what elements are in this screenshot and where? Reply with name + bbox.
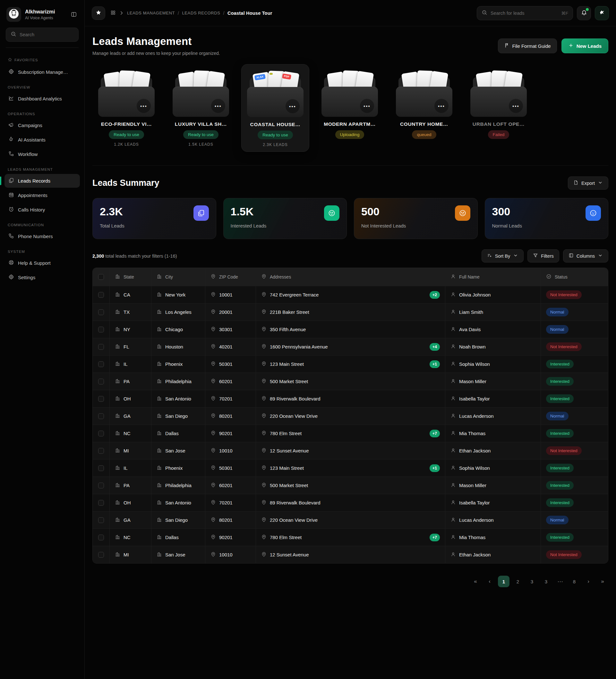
- row-checkbox[interactable]: [98, 327, 104, 332]
- pagination-nav[interactable]: ⋯: [554, 576, 566, 587]
- sort-by-button[interactable]: Sort By: [482, 249, 524, 262]
- table-row[interactable]: GA San Diego 80201 220 Ocean View Drive …: [93, 511, 608, 528]
- folder-menu-button[interactable]: •••: [360, 99, 374, 113]
- sidebar-item-leads-records[interactable]: Leads Records: [4, 174, 80, 188]
- column-header-city[interactable]: City: [151, 268, 205, 286]
- row-checkbox[interactable]: [98, 344, 104, 350]
- row-checkbox[interactable]: [98, 448, 104, 454]
- pagination-page-3[interactable]: 3: [526, 576, 538, 587]
- table-row[interactable]: PA Philadelphia 60201 500 Market Street …: [93, 477, 608, 494]
- row-checkbox[interactable]: [98, 483, 104, 488]
- extra-addresses-badge[interactable]: +7: [430, 534, 440, 541]
- folder-menu-button[interactable]: •••: [509, 99, 523, 113]
- columns-button[interactable]: Columns: [563, 249, 608, 262]
- pagination-nav[interactable]: ‹: [484, 576, 495, 587]
- table-row[interactable]: OH San Antonio 70201 89 Riverwalk Boulev…: [93, 494, 608, 511]
- table-row[interactable]: PA Philadelphia 60201 500 Market Street …: [93, 373, 608, 390]
- table-row[interactable]: MI San Jose 10010 12 Sunset Avenue Ethan…: [93, 442, 608, 459]
- column-header-full-name[interactable]: Full Name: [445, 268, 541, 286]
- table-row[interactable]: NY Chicago 30301 350 Fifth Avenue Ava Da…: [93, 321, 608, 338]
- sidebar-item-dashboard-analytics[interactable]: Dashboard Analytics: [4, 92, 80, 105]
- folder-menu-button[interactable]: •••: [137, 99, 151, 113]
- workspace-avatar[interactable]: [6, 7, 21, 22]
- row-checkbox[interactable]: [98, 379, 104, 384]
- summary-card-value: 300: [492, 205, 601, 218]
- breadcrumb-item[interactable]: LEADS MANAGEMENT: [127, 10, 175, 15]
- pagination-nav[interactable]: «: [470, 576, 481, 587]
- table-row[interactable]: NC Dallas 90201 780 Elm Street+7 Mia Tho…: [93, 424, 608, 442]
- pagination-page-8[interactable]: 8: [569, 576, 580, 587]
- extra-addresses-badge[interactable]: +1: [430, 360, 440, 368]
- breadcrumb-item[interactable]: LEADS RECORDS: [182, 10, 220, 15]
- lead-folder-country-home[interactable]: ••• COUNTRY HOME… queued: [390, 64, 458, 143]
- folder-menu-button[interactable]: •••: [211, 99, 225, 113]
- lead-folder-coastal-house[interactable]: XLSXPDF ••• COASTAL HOUSE… Ready to use …: [241, 64, 309, 152]
- sidebar-item-calls-history[interactable]: Calls History: [4, 203, 80, 217]
- address-cell: 89 Riverwalk Boulevard: [256, 494, 445, 511]
- pagination-page-1[interactable]: 1: [498, 576, 510, 587]
- pagination-page-3[interactable]: 3: [540, 576, 552, 587]
- table-row[interactable]: IL Phoenix 50301 123 Main Street+1 Sophi…: [93, 459, 608, 477]
- breadcrumb-item[interactable]: Coastal House Tour: [227, 10, 272, 16]
- sidebar-search-input[interactable]: [20, 32, 74, 37]
- extra-addresses-badge[interactable]: +7: [430, 430, 440, 438]
- table-row[interactable]: NC Dallas 90201 780 Elm Street+7 Mia Tho…: [93, 528, 608, 546]
- pagination-nav[interactable]: »: [597, 576, 608, 587]
- table-row[interactable]: OH San Antonio 70201 89 Riverwalk Boulev…: [93, 390, 608, 407]
- extra-addresses-badge[interactable]: +1: [430, 464, 440, 472]
- sidebar-collapse-icon[interactable]: [70, 10, 78, 19]
- row-checkbox[interactable]: [98, 413, 104, 419]
- notifications-button[interactable]: [577, 6, 591, 20]
- table-row[interactable]: FL Houston 40201 1600 Pennsylvania Avenu…: [93, 338, 608, 355]
- filters-button[interactable]: Filters: [527, 249, 559, 262]
- assistant-button[interactable]: [595, 6, 609, 20]
- leads-search-input[interactable]: [491, 10, 558, 16]
- lead-folder-modern-apartm[interactable]: ••• MODERN APARTM… Uploading: [316, 64, 384, 143]
- column-header-zip-code[interactable]: ZIP Code: [205, 268, 256, 286]
- table-row[interactable]: IL Phoenix 50301 123 Main Street+1 Sophi…: [93, 355, 608, 373]
- pagination-page-2[interactable]: 2: [512, 576, 524, 587]
- zip-cell: 40201: [205, 338, 256, 355]
- new-leads-button[interactable]: New Leads: [561, 38, 608, 53]
- status-badge: Not Interested: [546, 446, 582, 455]
- lead-folder-urban-loft-ope[interactable]: ••• URBAN LOFT OPE… Failed: [464, 64, 532, 143]
- row-checkbox[interactable]: [98, 535, 104, 540]
- sidebar-item-appointments[interactable]: Appointments: [4, 188, 80, 202]
- row-checkbox[interactable]: [98, 517, 104, 523]
- column-header-status[interactable]: Status: [541, 268, 608, 286]
- sidebar-item-phone-numbers[interactable]: Phone Numbers: [4, 229, 80, 243]
- sidebar-search[interactable]: [6, 28, 78, 42]
- table-row[interactable]: CA New York 10001 742 Evergreen Terrace+…: [93, 286, 608, 303]
- lead-folder-luxury-villa-sh[interactable]: ••• LUXURY VILLA SH… Ready to use 1.5K L…: [167, 64, 235, 151]
- row-checkbox[interactable]: [98, 309, 104, 315]
- favorite-button[interactable]: [92, 6, 105, 20]
- sidebar-item-subscription-manage[interactable]: Subscription Manage…: [4, 65, 80, 79]
- file-format-guide-button[interactable]: File Format Guide: [498, 38, 557, 53]
- leads-search[interactable]: ⌘F: [477, 6, 573, 20]
- table-row[interactable]: GA San Diego 80201 220 Ocean View Drive …: [93, 407, 608, 424]
- sidebar-item-ai-assistants[interactable]: AI Assistants: [4, 133, 80, 147]
- folder-menu-button[interactable]: •••: [286, 99, 300, 113]
- column-header-state[interactable]: State: [109, 268, 151, 286]
- row-checkbox[interactable]: [98, 396, 104, 402]
- sidebar-item-settings[interactable]: Settings: [4, 270, 80, 284]
- sidebar-item-workflow[interactable]: Workflow: [4, 147, 80, 161]
- sidebar-item-help-support[interactable]: Help & Support: [4, 256, 80, 270]
- pagination-nav[interactable]: ›: [583, 576, 594, 587]
- row-checkbox[interactable]: [98, 361, 104, 367]
- table-row[interactable]: TX Los Angeles 20001 221B Baker Street L…: [93, 303, 608, 321]
- row-checkbox[interactable]: [98, 465, 104, 471]
- row-checkbox[interactable]: [98, 292, 104, 298]
- table-row[interactable]: MI San Jose 10010 12 Sunset Avenue Ethan…: [93, 546, 608, 563]
- sidebar-item-campaigns[interactable]: Campaigns: [4, 119, 80, 132]
- row-checkbox[interactable]: [98, 552, 104, 558]
- column-header-addresses[interactable]: Addresses: [256, 268, 445, 286]
- lead-folder-eco-friendly-vi[interactable]: ••• ECO-FRIENDLY VI… Ready to use 1.2K L…: [92, 64, 160, 151]
- row-checkbox[interactable]: [98, 500, 104, 506]
- export-button[interactable]: Export: [568, 176, 608, 190]
- row-checkbox[interactable]: [98, 431, 104, 437]
- select-all-checkbox[interactable]: [98, 274, 104, 280]
- folder-menu-button[interactable]: •••: [434, 99, 449, 113]
- extra-addresses-badge[interactable]: +4: [430, 343, 440, 351]
- extra-addresses-badge[interactable]: +2: [430, 291, 440, 299]
